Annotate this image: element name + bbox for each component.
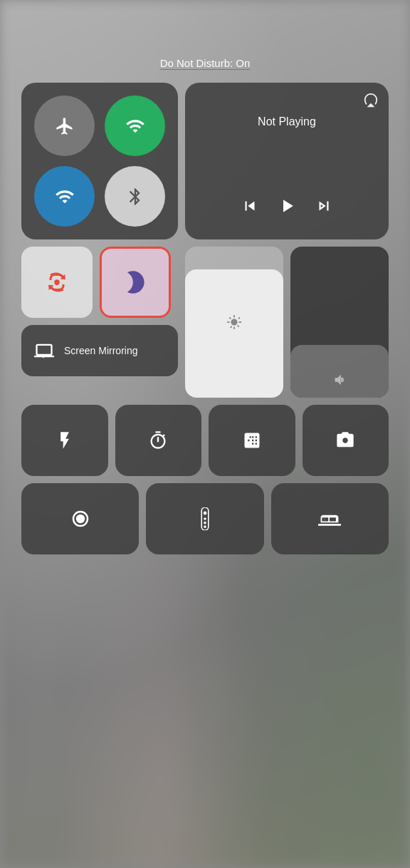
screen-record-button[interactable] — [21, 483, 139, 554]
svg-rect-6 — [204, 522, 206, 524]
right-sliders — [185, 247, 389, 398]
screen-mirroring-button[interactable]: Screen Mirroring — [21, 325, 178, 376]
bottom-row-1 — [21, 405, 389, 476]
svg-point-9 — [323, 518, 326, 521]
calculator-button[interactable] — [209, 405, 295, 476]
brightness-sun-icon — [185, 314, 283, 330]
brightness-slider[interactable] — [185, 247, 283, 398]
camera-button[interactable] — [303, 405, 389, 476]
rotation-lock-icon — [44, 269, 70, 295]
flashlight-icon — [55, 430, 75, 450]
middle-row: Screen Mirroring — [21, 247, 389, 398]
dnd-label: Do Not Disturb: On — [160, 57, 251, 69]
screen-mirroring-icon — [34, 341, 54, 361]
bluetooth-button[interactable] — [105, 166, 165, 227]
moon-icon — [122, 269, 149, 296]
remote-icon — [197, 507, 213, 530]
wifi-button[interactable] — [34, 166, 95, 227]
svg-point-2 — [75, 515, 85, 524]
rotation-lock-button[interactable] — [21, 247, 93, 318]
airplane-mode-button[interactable] — [34, 95, 95, 156]
do-not-disturb-button[interactable] — [100, 247, 171, 318]
svg-rect-5 — [204, 517, 206, 520]
forward-button[interactable] — [315, 197, 333, 219]
connectivity-tile — [21, 83, 178, 239]
left-buttons: Screen Mirroring — [21, 247, 178, 398]
airplay-button[interactable] — [363, 93, 379, 112]
bottom-row-2 — [21, 483, 389, 554]
cellular-button[interactable] — [105, 95, 165, 156]
screen-mirroring-label: Screen Mirroring — [64, 344, 137, 357]
svg-rect-7 — [204, 526, 206, 528]
control-center: Do Not Disturb: On — [21, 57, 389, 562]
small-buttons-row — [21, 247, 178, 318]
screen-record-icon — [70, 508, 91, 529]
rewind-button[interactable] — [241, 197, 259, 219]
airplay-icon — [363, 93, 379, 108]
camera-icon — [335, 430, 355, 450]
now-playing-status: Not Playing — [196, 115, 377, 128]
flashlight-button[interactable] — [21, 405, 108, 476]
remote-button[interactable] — [146, 483, 263, 554]
calculator-icon — [242, 430, 262, 450]
airplane-icon — [55, 116, 75, 136]
volume-fill — [290, 345, 389, 398]
volume-icon — [290, 372, 389, 388]
now-playing-tile: Not Playing — [185, 83, 389, 239]
top-row: Not Playing — [21, 83, 389, 239]
play-button[interactable] — [276, 195, 298, 221]
cellular-icon — [125, 116, 145, 136]
svg-point-4 — [204, 512, 207, 515]
brightness-fill — [185, 269, 283, 398]
wifi-icon — [55, 187, 75, 207]
bed-icon — [318, 509, 341, 529]
svg-rect-8 — [318, 524, 341, 526]
bluetooth-icon — [125, 187, 145, 207]
dnd-banner[interactable]: Do Not Disturb: On — [21, 57, 389, 70]
playback-controls — [196, 195, 377, 221]
timer-icon — [148, 430, 168, 450]
timer-button[interactable] — [115, 405, 202, 476]
volume-slider[interactable] — [290, 247, 389, 398]
sleep-button[interactable] — [271, 483, 389, 554]
